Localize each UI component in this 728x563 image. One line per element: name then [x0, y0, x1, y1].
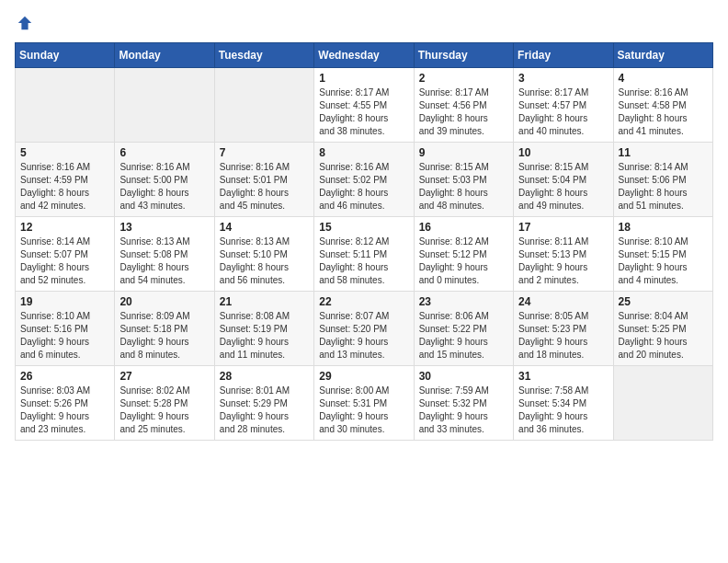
- day-info: Sunrise: 8:05 AM Sunset: 5:23 PM Dayligh…: [518, 310, 608, 362]
- calendar-cell: 2Sunrise: 8:17 AM Sunset: 4:56 PM Daylig…: [414, 68, 513, 143]
- calendar-cell: 28Sunrise: 8:01 AM Sunset: 5:29 PM Dayli…: [214, 366, 313, 441]
- day-info: Sunrise: 8:02 AM Sunset: 5:28 PM Dayligh…: [119, 385, 209, 436]
- day-number: 13: [119, 221, 209, 234]
- calendar-cell: 15Sunrise: 8:12 AM Sunset: 5:11 PM Dayli…: [314, 217, 414, 292]
- calendar-cell: 10Sunrise: 8:15 AM Sunset: 5:04 PM Dayli…: [514, 143, 613, 217]
- calendar-cell: 23Sunrise: 8:06 AM Sunset: 5:22 PM Dayli…: [414, 292, 513, 366]
- day-info: Sunrise: 8:14 AM Sunset: 5:07 PM Dayligh…: [20, 236, 109, 287]
- day-info: Sunrise: 8:09 AM Sunset: 5:18 PM Dayligh…: [119, 310, 209, 362]
- day-number: 16: [419, 221, 508, 234]
- calendar-week-row: 1Sunrise: 8:17 AM Sunset: 4:55 PM Daylig…: [16, 68, 713, 143]
- calendar-cell: 17Sunrise: 8:11 AM Sunset: 5:13 PM Dayli…: [514, 217, 613, 292]
- day-info: Sunrise: 8:16 AM Sunset: 4:59 PM Dayligh…: [20, 161, 109, 213]
- calendar-cell: [214, 68, 313, 143]
- calendar-cell: 21Sunrise: 8:08 AM Sunset: 5:19 PM Dayli…: [214, 292, 313, 366]
- calendar-cell: 6Sunrise: 8:16 AM Sunset: 5:00 PM Daylig…: [115, 143, 214, 217]
- day-info: Sunrise: 8:13 AM Sunset: 5:08 PM Dayligh…: [119, 236, 209, 287]
- calendar-cell: 5Sunrise: 8:16 AM Sunset: 4:59 PM Daylig…: [16, 143, 115, 217]
- day-info: Sunrise: 8:17 AM Sunset: 4:56 PM Dayligh…: [419, 86, 508, 138]
- day-number: 22: [319, 295, 408, 308]
- calendar-cell: 11Sunrise: 8:14 AM Sunset: 5:06 PM Dayli…: [613, 143, 712, 217]
- day-number: 3: [518, 72, 608, 85]
- day-info: Sunrise: 8:04 AM Sunset: 5:25 PM Dayligh…: [619, 310, 708, 362]
- calendar-day-header: Sunday: [16, 43, 115, 68]
- calendar-cell: 26Sunrise: 8:03 AM Sunset: 5:26 PM Dayli…: [16, 366, 115, 441]
- day-info: Sunrise: 8:06 AM Sunset: 5:22 PM Dayligh…: [419, 310, 508, 362]
- day-number: 10: [518, 146, 608, 159]
- day-number: 21: [220, 295, 309, 308]
- calendar-cell: 4Sunrise: 8:16 AM Sunset: 4:58 PM Daylig…: [613, 68, 712, 143]
- calendar-cell: 14Sunrise: 8:13 AM Sunset: 5:10 PM Dayli…: [214, 217, 313, 292]
- calendar-cell: [613, 366, 712, 441]
- calendar-cell: 22Sunrise: 8:07 AM Sunset: 5:20 PM Dayli…: [314, 292, 414, 366]
- day-info: Sunrise: 8:12 AM Sunset: 5:11 PM Dayligh…: [319, 236, 408, 287]
- day-number: 28: [220, 370, 309, 383]
- calendar-cell: 9Sunrise: 8:15 AM Sunset: 5:03 PM Daylig…: [414, 143, 513, 217]
- calendar-cell: 29Sunrise: 8:00 AM Sunset: 5:31 PM Dayli…: [314, 366, 414, 441]
- calendar-day-header: Thursday: [414, 43, 513, 68]
- day-number: 5: [20, 146, 109, 159]
- calendar-day-header: Friday: [514, 43, 613, 68]
- day-number: 7: [220, 146, 309, 159]
- day-number: 20: [119, 295, 209, 308]
- calendar-cell: 18Sunrise: 8:10 AM Sunset: 5:15 PM Dayli…: [613, 217, 712, 292]
- day-info: Sunrise: 8:12 AM Sunset: 5:12 PM Dayligh…: [419, 236, 508, 287]
- day-info: Sunrise: 8:15 AM Sunset: 5:03 PM Dayligh…: [419, 161, 508, 213]
- calendar-header-row: SundayMondayTuesdayWednesdayThursdayFrid…: [16, 43, 713, 68]
- day-info: Sunrise: 8:03 AM Sunset: 5:26 PM Dayligh…: [20, 385, 109, 436]
- calendar-day-header: Wednesday: [314, 43, 414, 68]
- day-info: Sunrise: 7:58 AM Sunset: 5:34 PM Dayligh…: [518, 385, 608, 436]
- calendar-cell: 27Sunrise: 8:02 AM Sunset: 5:28 PM Dayli…: [115, 366, 214, 441]
- day-number: 27: [119, 370, 209, 383]
- day-number: 25: [619, 295, 708, 308]
- day-number: 11: [619, 146, 708, 159]
- day-info: Sunrise: 8:17 AM Sunset: 4:55 PM Dayligh…: [319, 86, 408, 138]
- day-info: Sunrise: 8:01 AM Sunset: 5:29 PM Dayligh…: [220, 385, 309, 436]
- day-info: Sunrise: 8:07 AM Sunset: 5:20 PM Dayligh…: [319, 310, 408, 362]
- day-number: 15: [319, 221, 408, 234]
- day-number: 6: [119, 146, 209, 159]
- day-number: 9: [419, 146, 508, 159]
- day-number: 1: [319, 72, 408, 85]
- calendar-week-row: 12Sunrise: 8:14 AM Sunset: 5:07 PM Dayli…: [16, 217, 713, 292]
- calendar-cell: [16, 68, 115, 143]
- day-number: 31: [518, 370, 608, 383]
- svg-marker-0: [18, 17, 31, 29]
- calendar-cell: 30Sunrise: 7:59 AM Sunset: 5:32 PM Dayli…: [414, 366, 513, 441]
- day-info: Sunrise: 8:13 AM Sunset: 5:10 PM Dayligh…: [220, 236, 309, 287]
- day-number: 14: [220, 221, 309, 234]
- calendar-body: 1Sunrise: 8:17 AM Sunset: 4:55 PM Daylig…: [16, 68, 713, 441]
- day-number: 17: [518, 221, 608, 234]
- calendar-cell: 8Sunrise: 8:16 AM Sunset: 5:02 PM Daylig…: [314, 143, 414, 217]
- day-number: 29: [319, 370, 408, 383]
- day-info: Sunrise: 8:11 AM Sunset: 5:13 PM Dayligh…: [518, 236, 608, 287]
- calendar-day-header: Tuesday: [214, 43, 313, 68]
- calendar-week-row: 5Sunrise: 8:16 AM Sunset: 4:59 PM Daylig…: [16, 143, 713, 217]
- day-info: Sunrise: 8:00 AM Sunset: 5:31 PM Dayligh…: [319, 385, 408, 436]
- day-info: Sunrise: 7:59 AM Sunset: 5:32 PM Dayligh…: [419, 385, 508, 436]
- calendar-cell: 16Sunrise: 8:12 AM Sunset: 5:12 PM Dayli…: [414, 217, 513, 292]
- day-info: Sunrise: 8:16 AM Sunset: 5:01 PM Dayligh…: [220, 161, 309, 213]
- day-info: Sunrise: 8:14 AM Sunset: 5:06 PM Dayligh…: [619, 161, 708, 213]
- day-info: Sunrise: 8:08 AM Sunset: 5:19 PM Dayligh…: [220, 310, 309, 362]
- calendar-day-header: Monday: [115, 43, 214, 68]
- calendar-cell: 7Sunrise: 8:16 AM Sunset: 5:01 PM Daylig…: [214, 143, 313, 217]
- day-info: Sunrise: 8:15 AM Sunset: 5:04 PM Dayligh…: [518, 161, 608, 213]
- day-number: 19: [20, 295, 109, 308]
- calendar-cell: 24Sunrise: 8:05 AM Sunset: 5:23 PM Dayli…: [514, 292, 613, 366]
- calendar-cell: 3Sunrise: 8:17 AM Sunset: 4:57 PM Daylig…: [514, 68, 613, 143]
- day-number: 30: [419, 370, 508, 383]
- calendar-cell: [115, 68, 214, 143]
- day-info: Sunrise: 8:10 AM Sunset: 5:16 PM Dayligh…: [20, 310, 109, 362]
- calendar-cell: 19Sunrise: 8:10 AM Sunset: 5:16 PM Dayli…: [16, 292, 115, 366]
- calendar-cell: 20Sunrise: 8:09 AM Sunset: 5:18 PM Dayli…: [115, 292, 214, 366]
- logo-icon: [17, 15, 33, 31]
- day-info: Sunrise: 8:17 AM Sunset: 4:57 PM Dayligh…: [518, 86, 608, 138]
- calendar-week-row: 19Sunrise: 8:10 AM Sunset: 5:16 PM Dayli…: [16, 292, 713, 366]
- day-info: Sunrise: 8:16 AM Sunset: 4:58 PM Dayligh…: [619, 86, 708, 138]
- day-number: 2: [419, 72, 508, 85]
- day-number: 26: [20, 370, 109, 383]
- day-info: Sunrise: 8:16 AM Sunset: 5:00 PM Dayligh…: [119, 161, 209, 213]
- page-header: [15, 15, 713, 31]
- day-number: 8: [319, 146, 408, 159]
